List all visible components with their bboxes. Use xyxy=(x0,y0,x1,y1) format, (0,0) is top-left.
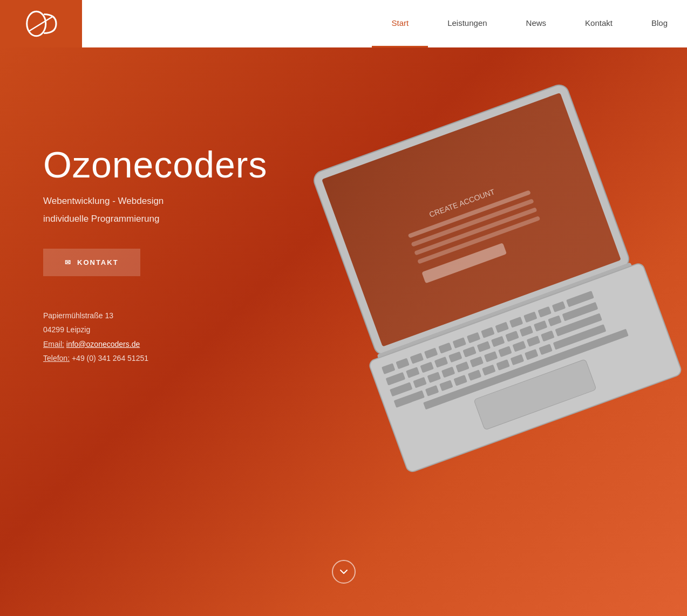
scroll-down-button[interactable] xyxy=(332,560,356,584)
email-row: Email: info@ozonecoders.de xyxy=(43,337,687,352)
nav-item-news[interactable]: News xyxy=(507,0,566,47)
phone-value: +49 (0) 341 264 51251 xyxy=(72,354,148,362)
email-link[interactable]: info@ozonecoders.de xyxy=(66,340,140,348)
phone-label: Telefon: xyxy=(43,354,70,362)
hero-title: Ozonecoders xyxy=(43,145,687,185)
kontakt-button[interactable]: ✉ KONTAKT xyxy=(43,249,140,276)
hero-subtitle-2: individuelle Programmierung xyxy=(43,211,687,227)
hero-content: Ozonecoders Webentwicklung - Webdesign i… xyxy=(0,47,687,366)
mail-icon: ✉ xyxy=(65,258,72,266)
nav-item-start[interactable]: Start xyxy=(372,0,428,47)
email-label: Email: xyxy=(43,340,64,348)
phone-row: Telefon: +49 (0) 341 264 51251 xyxy=(43,351,687,366)
nav-item-leistungen[interactable]: Leistungen xyxy=(428,0,506,47)
svg-point-0 xyxy=(27,11,46,36)
logo[interactable] xyxy=(0,0,82,47)
nav-item-blog[interactable]: Blog xyxy=(632,0,687,47)
main-nav: Start Leistungen News Kontakt Blog xyxy=(372,0,687,47)
hero-section: CREATE ACCOUNT xyxy=(0,47,687,616)
svg-line-1 xyxy=(29,16,53,31)
nav-item-kontakt[interactable]: Kontakt xyxy=(566,0,632,47)
header: Start Leistungen News Kontakt Blog xyxy=(0,0,687,47)
contact-info: Papiermühlstraße 13 04299 Leipzig Email:… xyxy=(43,309,687,366)
kontakt-button-label: KONTAKT xyxy=(77,258,119,266)
address-line2: 04299 Leipzig xyxy=(43,323,687,337)
hero-subtitle-1: Webentwicklung - Webdesign xyxy=(43,194,687,209)
address-line1: Papiermühlstraße 13 xyxy=(43,309,687,323)
